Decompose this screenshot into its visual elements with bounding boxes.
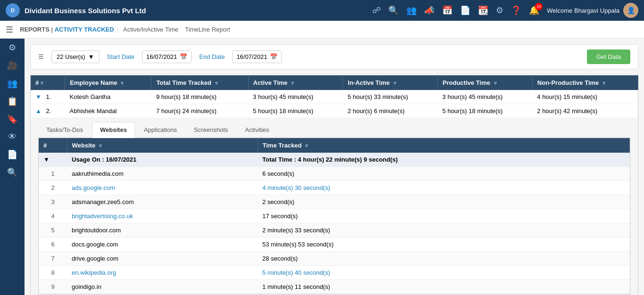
time-tracked: 5 minute(s) 40 second(s) (258, 266, 630, 280)
user-avatar: 👤 (623, 3, 638, 18)
content-area: ☰ 22 User(s) ▼ Start Date 16/07/2021 📅 E… (25, 39, 644, 295)
website-row: 4 brightadvertising.co.uk 17 second(s) (39, 209, 630, 223)
inactive-time: 5 hour(s) 33 minute(s) (343, 90, 438, 104)
row-num: 4 (39, 209, 67, 223)
website-row: 6 docs.google.com 53 minute(s) 53 second… (39, 238, 630, 252)
user-select-label: 22 User(s) (57, 53, 85, 60)
inner-table-header: # Website ▿ Time Tracked ▿ (39, 138, 630, 153)
activity-label: ACTIVITY TRACKED (54, 26, 114, 33)
usage-group-label: Usage On : 16/07/2021 (67, 153, 258, 167)
website-row: 9 goindigo.in 1 minute(s) 11 second(s) (39, 280, 630, 294)
get-data-button[interactable]: Get Data (587, 49, 630, 64)
filter-bar: ☰ 22 User(s) ▼ Start Date 16/07/2021 📅 E… (30, 44, 638, 69)
main-layout: ⚙ 🎥 👥 📋 🔖 👁 📄 🔍 ☰ 22 User(s) ▼ Start Dat… (0, 39, 644, 295)
time-tracked: 28 second(s) (258, 252, 630, 266)
col-productive: Productive Time ▿ (438, 75, 533, 90)
tab-activities[interactable]: Activities (237, 122, 277, 137)
active-inactive-tab[interactable]: Active/InActive Time (121, 25, 180, 34)
settings-icon[interactable]: ⚙ (496, 5, 503, 16)
col-employee: Employee Name ▿ (65, 75, 151, 90)
end-date-cal-icon[interactable]: 📅 (270, 53, 277, 60)
expanded-content-row: Tasks/To-Dos Websites Applications Scree… (31, 118, 638, 295)
start-date-cal-icon[interactable]: 📅 (180, 53, 187, 60)
time-tracked: 17 second(s) (258, 209, 630, 223)
inner-col-time: Time Tracked ▿ (258, 138, 630, 153)
website-name: brightoutdoor.com (67, 223, 258, 238)
time-tracked: 4 minute(s) 30 second(s) (258, 181, 630, 195)
time-tracked: 53 minute(s) 53 second(s) (258, 238, 630, 252)
usage-group-arrow: ▼ (39, 153, 67, 167)
svg-text:D: D (11, 8, 15, 13)
nav-sep1: | (117, 26, 118, 33)
megaphone-icon[interactable]: 📣 (424, 5, 435, 16)
tab-applications[interactable]: Applications (136, 122, 185, 137)
start-date-label: Start Date (107, 53, 135, 60)
total-time: 7 hour(s) 24 minute(s) (151, 104, 248, 118)
website-name: docs.google.com (67, 238, 258, 252)
sidebar-video-icon[interactable]: 🎥 (7, 60, 17, 71)
website-row: 5 brightoutdoor.com 2 minute(s) 33 secon… (39, 223, 630, 238)
timeline-report-tab[interactable]: TimeLine Report (183, 25, 232, 34)
sidebar-clipboard-icon[interactable]: 📋 (7, 96, 17, 107)
hamburger-icon[interactable]: ☰ (6, 25, 13, 35)
col-num: #▿ (31, 75, 65, 90)
row-num: 5 (39, 223, 67, 238)
nonproductive-time: 4 hour(s) 15 minute(s) (532, 90, 638, 104)
website-name: goindigo.in (67, 280, 258, 294)
total-time: 9 hour(s) 18 minute(s) (151, 90, 248, 104)
sub-tabs-container: Tasks/To-Dos Websites Applications Scree… (31, 118, 638, 295)
website-row: 3 adsmanager.zee5.com 2 second(s) (39, 195, 630, 209)
notif-badge: 25 (535, 3, 543, 10)
website-row: 8 en.wikipedia.org 5 minute(s) 40 second… (39, 266, 630, 280)
calendar2-icon[interactable]: 📆 (478, 5, 488, 16)
time-tracked: 2 minute(s) 33 second(s) (258, 223, 630, 238)
breadcrumb: REPORTS | ACTIVITY TRACKED (20, 26, 114, 33)
website-name: ads.google.com (67, 181, 258, 195)
row-num: 8 (39, 266, 67, 280)
table-header-row: #▿ Employee Name ▿ Total Time Tracked ▿ … (31, 75, 638, 90)
dashboard-icon[interactable]: ☍ (372, 5, 381, 16)
calendar-icon[interactable]: 📅 (442, 5, 452, 16)
people-icon[interactable]: 👥 (406, 5, 417, 16)
sidebar-bookmark-icon[interactable]: 🔖 (7, 114, 17, 124)
end-date-label: End Date (199, 53, 225, 60)
topbar: D Dividant Business Solutions Pvt Ltd ☍ … (0, 0, 644, 21)
sub-tabs: Tasks/To-Dos Websites Applications Scree… (38, 122, 630, 138)
table-row: ▲ 2. Abhishek Mandal 7 hour(s) 24 minute… (31, 104, 638, 118)
sidebar-gear-icon[interactable]: ⚙ (8, 42, 16, 53)
row-num: 2 (39, 181, 67, 195)
help-icon[interactable]: ❓ (511, 5, 521, 16)
usage-group-row: ▼ Usage On : 16/07/2021 Total Time : 4 h… (39, 153, 630, 167)
website-row: 7 drive.google.com 28 second(s) (39, 252, 630, 266)
sidebar-eye-icon[interactable]: 👁 (8, 132, 17, 142)
start-date-input[interactable]: 16/07/2021 📅 (142, 50, 192, 63)
report-icon[interactable]: 📄 (460, 5, 470, 16)
reports-label: REPORTS (20, 26, 50, 33)
welcome-text: Welcome Bhargavi Uppala (547, 7, 619, 14)
search-icon[interactable]: 🔍 (388, 5, 399, 16)
employee-name: Abhishek Mandal (65, 104, 151, 118)
inner-table-wrap: # Website ▿ Time Tracked ▿ ▼ Usa (38, 138, 630, 295)
sidebar: ⚙ 🎥 👥 📋 🔖 👁 📄 🔍 (0, 39, 25, 295)
user-select-button[interactable]: 22 User(s) ▼ (51, 50, 100, 63)
sidebar-users-icon[interactable]: 👥 (7, 78, 17, 89)
col-inactive-time: In-Active Time ▿ (343, 75, 438, 90)
sidebar-binoculars-icon[interactable]: 🔍 (7, 167, 17, 178)
tab-tasks[interactable]: Tasks/To-Dos (38, 122, 91, 137)
row-expand[interactable]: ▼ 1. (31, 90, 65, 104)
row-expand[interactable]: ▲ 2. (31, 104, 65, 118)
end-date-input[interactable]: 16/07/2021 📅 (232, 50, 282, 63)
row-num: 3 (39, 195, 67, 209)
sidebar-file-icon[interactable]: 📄 (7, 149, 17, 160)
dropdown-arrow-icon: ▼ (88, 53, 94, 60)
website-name: brightadvertising.co.uk (67, 209, 258, 223)
website-row: 1 aakruthimedia.com 6 second(s) (39, 167, 630, 181)
active-time: 3 hour(s) 45 minute(s) (248, 90, 343, 104)
notification-icon[interactable]: 🔔 25 (529, 5, 539, 16)
inner-col-num: # (39, 138, 67, 153)
time-tracked: 2 second(s) (258, 195, 630, 209)
tab-websites[interactable]: Websites (92, 122, 135, 138)
employee-table: #▿ Employee Name ▿ Total Time Tracked ▿ … (30, 75, 638, 295)
websites-table: # Website ▿ Time Tracked ▿ ▼ Usa (39, 138, 630, 294)
tab-screenshots[interactable]: Screenshots (186, 122, 236, 137)
